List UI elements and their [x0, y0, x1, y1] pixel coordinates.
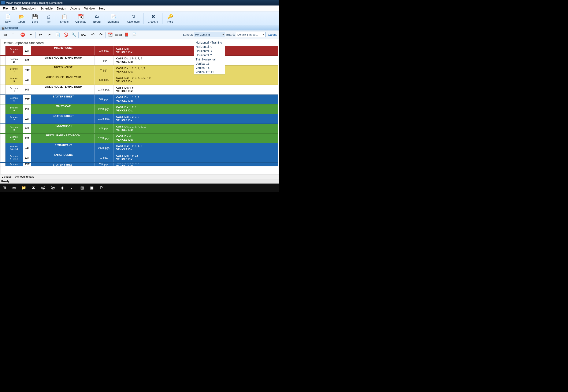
calendar-button[interactable]: 📆Calendar: [72, 13, 90, 24]
strip-scenes: Scenes:11pt1-3: [5, 153, 23, 162]
strip-row[interactable]: Scenes:10pt1-4EXTRESTAURANT2 5/8 pgs.CAS…: [0, 143, 278, 153]
strip-tool-3[interactable]: ≡: [27, 31, 34, 38]
strip-pages: 1/8 pgs.: [95, 46, 114, 56]
strip-row[interactable]: Scenes:6INTMIKE'S CAR2 2/8 pgs.CAST IDs:…: [0, 104, 278, 114]
new-button[interactable]: 📄New: [1, 13, 14, 24]
strip-tool-10[interactable]: ↶: [89, 31, 97, 38]
strip-scenes: Scenes:8: [5, 124, 23, 133]
taskbar-task-view-icon[interactable]: ▭: [11, 185, 17, 191]
strip-pages: 4/8 pgs.: [95, 124, 114, 133]
toolbar-separator: [163, 13, 163, 24]
layout-combo[interactable]: Horizontal B: [194, 32, 225, 37]
strip-int-ext: INT: [23, 85, 31, 94]
strip-set: FAIRGROUNDS: [31, 153, 95, 162]
strip-row[interactable]: Scenes:EXTBAXTER STREET7/8 pgs.CAST IDs:…: [0, 163, 278, 166]
strip-gutter: [0, 124, 5, 133]
sheets-button[interactable]: 📋Sheets: [57, 13, 72, 24]
print-button[interactable]: 🖨Print: [42, 13, 55, 24]
help-button[interactable]: 🔑Help: [164, 13, 177, 24]
layout-option[interactable]: Horizontal C: [194, 53, 225, 57]
strip-row[interactable]: Scenes:1bINTMIKE'S HOUSE - LIVING ROOM1 …: [0, 56, 278, 65]
board-icon: 🗂: [94, 13, 100, 20]
strip-tool-11[interactable]: ↷: [97, 31, 105, 38]
taskbar-app1-icon[interactable]: ▦: [79, 185, 85, 191]
strip-row[interactable]: Scenes:4INTMIKE'S HOUSE - LIVING ROOM1 3…: [0, 85, 278, 95]
strip-ids: CAST IDs: 7, 9, 12VEHICLE IDs:: [114, 153, 278, 162]
strip-tool-1[interactable]: T: [9, 31, 17, 38]
menu-design[interactable]: Design: [55, 6, 68, 11]
strip-gutter: [0, 104, 5, 114]
taskbar-outlook-icon[interactable]: ✉: [30, 185, 36, 191]
strip-toolbar-separator: [35, 32, 36, 38]
elements-button[interactable]: 📑Elements: [104, 13, 122, 24]
open-button[interactable]: 📂Open: [15, 13, 28, 24]
strip-toolbar-separator: [78, 32, 79, 38]
strip-gutter: [0, 114, 5, 124]
taskbar-file-explorer-icon[interactable]: 📁: [21, 185, 27, 191]
strip-gutter: [0, 143, 5, 153]
strip-scenes: Scenes:3: [5, 75, 23, 84]
strip-row[interactable]: Scenes:7EXTBAXTER STREET1 1/8 pgs.CAST I…: [0, 114, 278, 124]
strip-pages: 1 2/8 pgs.: [95, 134, 114, 143]
strip-tool-4[interactable]: ↩: [36, 31, 44, 38]
strip-int-ext: EXT: [23, 163, 31, 166]
strip-tool-0[interactable]: ▭: [1, 31, 9, 38]
board-button[interactable]: 🗂Board: [90, 13, 104, 24]
menu-window[interactable]: Window: [82, 6, 97, 11]
layout-option[interactable]: Horizontal A: [194, 45, 225, 49]
layout-option[interactable]: Vertical ET 11: [194, 70, 225, 74]
taskbar-start-icon[interactable]: ⊞: [1, 185, 7, 191]
strip-tool-7[interactable]: 🚫: [62, 31, 69, 38]
taskbar-spotify-icon[interactable]: ♫: [69, 185, 75, 191]
menu-edit[interactable]: Edit: [10, 6, 19, 11]
strip-set: RESTAURANT: [31, 124, 95, 133]
strip-tool-14[interactable]: 📕: [123, 31, 130, 38]
strip-pages: 1 1/8 pgs.: [95, 114, 114, 124]
strip-tool-12[interactable]: 📆: [107, 31, 114, 38]
menu-file[interactable]: File: [1, 6, 10, 11]
layout-option[interactable]: Horizontal B: [194, 49, 225, 53]
strip-tool-13[interactable]: ▭▭: [115, 31, 122, 38]
strip-pages: 2 5/8 pgs.: [95, 143, 114, 153]
strip-row[interactable]: Scenes:5EXTBAXTER STREET5/8 pgs.CAST IDs…: [0, 95, 278, 104]
strip-ids: CAST IDs: 1, 2, 3, 8VEHICLE IDs:: [114, 114, 278, 124]
strip-tool-8[interactable]: 🔧: [70, 31, 78, 38]
layout-option[interactable]: Vertical 11: [194, 62, 225, 66]
strip-set: BAXTER STREET: [31, 114, 95, 124]
strip-toolbar-separator: [88, 32, 88, 38]
strip-row[interactable]: Scenes:8INTRESTAURANT4/8 pgs.CAST IDs: 1…: [0, 124, 278, 133]
strip-gutter: [0, 134, 5, 143]
strip-scenes: Scenes:: [5, 163, 23, 166]
board-combo[interactable]: Default Stripbo...: [236, 32, 265, 37]
menu-help[interactable]: Help: [97, 6, 107, 11]
strip-row[interactable]: Scenes:9INTRESTAURANT - BATHROOM1 2/8 pg…: [0, 133, 278, 143]
strip-row[interactable]: Scenes:2EXTMIKE'S HOUSE2 pgs.CAST IDs: 1…: [0, 65, 278, 75]
menu-schedule[interactable]: Schedule: [38, 6, 55, 11]
save-button[interactable]: 💾Save: [28, 13, 42, 24]
strip-ids: CAST IDs: 4, 5VEHICLE IDs:: [114, 85, 278, 94]
strip-tool-15[interactable]: 📄: [131, 31, 138, 38]
strip-row[interactable]: Scenes:3EXTMIKE'S HOUSE - BACK YARD5/8 p…: [0, 75, 278, 85]
layout-option[interactable]: Thin Horizontal: [194, 57, 225, 62]
layout-option[interactable]: Horizontal - Training: [194, 40, 225, 45]
closeall-button[interactable]: ✖Close All: [145, 13, 162, 24]
calendar-link[interactable]: Calend: [266, 33, 277, 36]
taskbar-app2-icon[interactable]: ▣: [89, 185, 95, 191]
strip-tool-6[interactable]: 📄: [54, 31, 61, 38]
layout-option[interactable]: Vertical 14: [194, 66, 225, 70]
taskbar-skype-icon[interactable]: Ⓢ: [40, 185, 46, 191]
taskbar-chrome-icon[interactable]: ◉: [60, 185, 66, 191]
strip-tool-5[interactable]: ✂: [46, 31, 54, 38]
menu-breakdown[interactable]: Breakdown: [19, 6, 38, 11]
strip-tool-2[interactable]: ⛔: [19, 31, 27, 38]
strip-row[interactable]: Scenes:1aEXTMIKE'S HOUSE1/8 pgs.CAST IDs…: [0, 46, 278, 56]
calendars-button[interactable]: 🗓Calendars: [124, 13, 143, 24]
sheets-icon: 📋: [61, 13, 68, 20]
menu-actions[interactable]: Actions: [68, 6, 82, 11]
taskbar-ie-icon[interactable]: ⓔ: [50, 185, 56, 191]
strip-row[interactable]: Scenes:11pt1-3EXTFAIRGROUNDS1 pgs.CAST I…: [0, 153, 278, 163]
strip-tool-9[interactable]: a-z: [80, 31, 87, 38]
layout-label: Layout:: [183, 33, 193, 36]
strip-set: MIKE'S HOUSE: [31, 46, 95, 56]
taskbar-powerpoint-icon[interactable]: P: [98, 185, 104, 191]
